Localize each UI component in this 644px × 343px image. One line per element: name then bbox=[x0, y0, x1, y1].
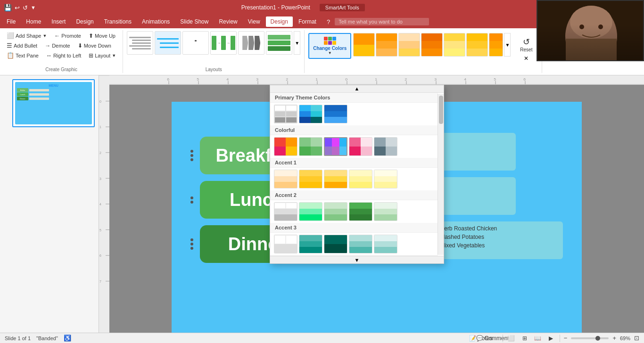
layout-swatch-3[interactable] bbox=[182, 31, 209, 55]
status-bar: Slide 1 of 1 "Banded" ♿ 📝 Notes 💬 Commen… bbox=[0, 333, 644, 343]
accent3-swatch-3[interactable] bbox=[324, 235, 347, 253]
reset-btn[interactable]: ↺ Reset bbox=[516, 35, 536, 54]
accent1-swatch-1[interactable] bbox=[274, 170, 297, 188]
text-pane-icon: 📋 bbox=[7, 52, 14, 59]
theme-swatch-2[interactable] bbox=[376, 33, 397, 57]
demote-btn[interactable]: → Demote bbox=[42, 41, 73, 50]
accent1-swatch-3[interactable] bbox=[324, 170, 347, 188]
accent2-swatch-5[interactable] bbox=[374, 202, 397, 221]
menu-view[interactable]: View bbox=[243, 16, 265, 27]
dropdown-scroll-thumb[interactable] bbox=[439, 96, 443, 124]
svg-text:1: 1 bbox=[99, 125, 101, 129]
zoom-level[interactable]: 69% bbox=[620, 335, 630, 341]
menu-design-main[interactable]: Design bbox=[71, 16, 98, 27]
menu-transitions[interactable]: Transitions bbox=[99, 16, 136, 27]
menu-insert[interactable]: Insert bbox=[47, 16, 70, 27]
title-bar-left: 💾 ↩ ↺ ▼ bbox=[4, 4, 36, 11]
slide-sorter-btn[interactable]: ⊞ bbox=[520, 334, 529, 343]
section-accent3-label: Accent 3 bbox=[270, 223, 438, 233]
accent1-swatch-5[interactable] bbox=[374, 170, 397, 188]
svg-text:0: 0 bbox=[345, 77, 348, 81]
layout-swatch-5[interactable] bbox=[238, 31, 264, 55]
theme-swatch-5[interactable] bbox=[444, 33, 465, 57]
dropdown-scroll-up[interactable]: ▲ bbox=[270, 85, 444, 93]
search-input[interactable] bbox=[335, 18, 429, 25]
layout-btn[interactable]: ⊞ Layout ▼ bbox=[86, 51, 119, 60]
dropdown-scroll-down[interactable]: ▼ bbox=[270, 256, 444, 263]
comments-btn[interactable]: 💬 Comments bbox=[489, 334, 499, 343]
colorful-swatch-4[interactable] bbox=[349, 137, 372, 156]
zoom-in-icon[interactable]: + bbox=[612, 335, 616, 342]
fit-slide-icon[interactable]: ⊡ bbox=[634, 335, 639, 342]
layout-swatch-2[interactable] bbox=[155, 31, 181, 55]
comments-icon: 💬 bbox=[476, 335, 483, 342]
add-bullet-icon: ☰ bbox=[7, 42, 12, 49]
editor-section: 0 1 2 3 4 5 6 7 bbox=[99, 75, 644, 333]
move-up-btn[interactable]: ⬆ Move Up bbox=[86, 32, 118, 40]
colorful-swatch-5[interactable] bbox=[374, 137, 397, 156]
zoom-slider[interactable] bbox=[571, 337, 609, 339]
layouts-scroll-down[interactable]: ▼ bbox=[294, 31, 300, 55]
add-shape-btn[interactable]: ⬜ Add Shape ▼ bbox=[4, 31, 50, 40]
accent1-swatch-2[interactable] bbox=[299, 170, 322, 188]
colorful-swatch-3[interactable] bbox=[324, 137, 347, 156]
dropdown-scrollbar bbox=[438, 94, 444, 255]
accent3-swatch-4[interactable] bbox=[349, 235, 372, 253]
theme-swatch-3[interactable] bbox=[398, 33, 420, 57]
accent3-swatch-1[interactable] bbox=[274, 235, 297, 253]
slide-thumbnail[interactable]: MENU Brkfst Lunch Dinner bbox=[12, 79, 95, 127]
menu-file[interactable]: File bbox=[2, 16, 20, 27]
dropdown-scroll-area: Primary Theme Colors bbox=[270, 93, 444, 256]
undo-icon[interactable]: ↩ bbox=[15, 4, 20, 11]
colorful-swatch-1[interactable] bbox=[274, 137, 297, 156]
theme-swatch-7[interactable] bbox=[489, 33, 503, 57]
theme-swatch-4[interactable] bbox=[421, 33, 443, 57]
accent1-swatches-row bbox=[270, 168, 438, 190]
help-icon[interactable]: ? bbox=[327, 18, 330, 25]
accent1-swatch-4[interactable] bbox=[349, 170, 372, 188]
colorful-swatch-2[interactable] bbox=[299, 137, 322, 156]
redo-icon[interactable]: ↺ bbox=[23, 4, 28, 11]
add-bullet-btn[interactable]: ☰ Add Bullet bbox=[4, 41, 40, 50]
menu-animations[interactable]: Animations bbox=[137, 16, 174, 27]
svg-text:3: 3 bbox=[434, 77, 437, 81]
svg-text:6: 6 bbox=[99, 253, 101, 258]
theme-swatch-6[interactable] bbox=[466, 33, 488, 57]
close-panel-btn[interactable]: ✕ bbox=[524, 55, 528, 62]
ruler-horizontal: 6 5 4 3 2 1 0 1 2 bbox=[109, 75, 644, 85]
customize-icon[interactable]: ▼ bbox=[31, 5, 36, 10]
accent2-swatch-3[interactable] bbox=[324, 202, 347, 221]
accessibility-icon[interactable]: ♿ bbox=[64, 335, 71, 342]
menu-format[interactable]: Format bbox=[294, 16, 321, 27]
layout-swatch-6[interactable] bbox=[266, 31, 292, 55]
menu-review[interactable]: Review bbox=[214, 16, 242, 27]
promote-btn[interactable]: ← Promote bbox=[51, 32, 84, 40]
right-to-left-btn[interactable]: ↔ Right to Left bbox=[43, 51, 84, 60]
menu-slideshow[interactable]: Slide Show bbox=[175, 16, 213, 27]
accent2-swatch-4[interactable] bbox=[349, 202, 372, 221]
zoom-out-icon[interactable]: − bbox=[564, 335, 568, 342]
accent3-swatch-5[interactable] bbox=[374, 235, 397, 253]
dinner-bullet-2: • Mashed Potatoes bbox=[437, 234, 557, 240]
reading-view-btn[interactable]: 📖 bbox=[533, 334, 543, 343]
styles-scroll-down[interactable]: ▼ bbox=[504, 33, 511, 57]
theme-swatch-1[interactable] bbox=[353, 33, 375, 57]
primary-swatch-1[interactable] bbox=[274, 105, 297, 123]
accent2-swatch-2[interactable] bbox=[299, 202, 322, 221]
layout-swatch-1[interactable] bbox=[127, 31, 153, 55]
move-down-btn[interactable]: ⬇ Move Down bbox=[75, 41, 114, 50]
svg-text:1: 1 bbox=[375, 77, 378, 81]
menu-design-smartart[interactable]: Design bbox=[266, 16, 293, 27]
accent2-swatch-1[interactable] bbox=[274, 202, 297, 221]
text-pane-btn[interactable]: 📋 Text Pane bbox=[4, 51, 41, 60]
primary-swatch-3[interactable] bbox=[324, 105, 347, 123]
save-icon[interactable]: 💾 bbox=[4, 4, 12, 11]
primary-swatch-2[interactable] bbox=[299, 105, 322, 123]
normal-view-btn[interactable]: ⬜ bbox=[507, 334, 516, 343]
editor-main: 6 5 4 3 2 1 0 1 2 bbox=[109, 75, 644, 333]
change-colors-btn[interactable]: Change Colors ▼ bbox=[308, 33, 351, 59]
accent3-swatch-2[interactable] bbox=[299, 235, 322, 253]
slideshow-btn[interactable]: ▶ bbox=[546, 334, 556, 343]
menu-home[interactable]: Home bbox=[21, 16, 46, 27]
layout-swatch-4[interactable]: → → bbox=[210, 31, 237, 55]
